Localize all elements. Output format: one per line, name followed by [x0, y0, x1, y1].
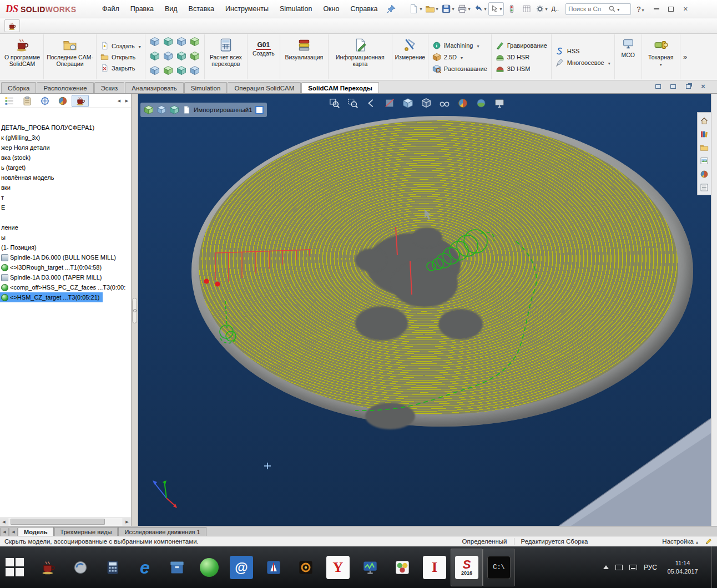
edit-appearance-button[interactable]	[456, 97, 469, 110]
start-button[interactable]	[6, 558, 24, 577]
tree-item[interactable]: (1- Позиция)	[0, 242, 131, 252]
tree-item[interactable]: ление	[0, 222, 131, 232]
tree-item[interactable]: ы	[0, 232, 131, 242]
menu-window[interactable]: Окно	[317, 2, 345, 16]
clock[interactable]: 11:14 05.04.2017	[664, 559, 701, 576]
select-button[interactable]	[488, 2, 504, 16]
component-cube-icon[interactable]	[144, 105, 154, 115]
scroll-left-button[interactable]: ◀	[0, 518, 8, 526]
recognition-button[interactable]: Распознавание	[431, 64, 488, 74]
taskbar-red-i-icon[interactable]: I	[418, 549, 451, 586]
menu-view[interactable]: Вид	[159, 2, 183, 16]
tree-item-operation[interactable]: <comp_off>HSS_PC_CZ_faces ...T3(0:00:	[0, 282, 131, 292]
taskbar-blue-app-icon[interactable]	[257, 549, 290, 586]
view-palette-tab-button[interactable]	[699, 155, 710, 166]
cam-template-button[interactable]	[150, 51, 160, 63]
menu-tools[interactable]: Инструменты	[220, 2, 274, 16]
save-button[interactable]	[440, 2, 456, 16]
property-manager-tab[interactable]	[18, 95, 36, 107]
solidcam-manager-tab[interactable]	[72, 95, 89, 107]
taskbar-mail-icon[interactable]: @	[225, 549, 257, 586]
cam-template-button[interactable]	[176, 37, 186, 48]
doc-restore-button[interactable]	[683, 82, 693, 90]
imachining-button[interactable]: iMachining	[431, 40, 488, 50]
ribbon-overflow-button[interactable]	[680, 34, 690, 79]
previous-view-button[interactable]	[365, 97, 378, 110]
tree-item[interactable]: Е	[0, 202, 131, 212]
cam-template-button[interactable]	[176, 51, 186, 63]
search-input[interactable]	[568, 6, 608, 12]
tab-motion-study[interactable]: Исследование движения 1	[118, 527, 206, 536]
taskbar-yandex-icon[interactable]: Y	[322, 549, 354, 586]
tab-assembly[interactable]: Сборка	[1, 82, 36, 93]
calculate-all-button[interactable]: Расчет всех переходов	[208, 36, 244, 78]
bom-table-button[interactable]	[519, 2, 534, 16]
component-doc-icon[interactable]	[182, 105, 191, 114]
tree-item-spindle[interactable]: Spindle-1A D6.000 (BULL NOSE MILL)	[0, 252, 131, 262]
recent-cam-operations-button[interactable]: Последние CAM-Операции	[47, 36, 93, 78]
splitter-handle[interactable]	[132, 298, 137, 323]
menu-file[interactable]: Файл	[97, 2, 125, 16]
multiaxis-button[interactable]: Многоосевое	[554, 58, 612, 68]
hss-button[interactable]: HSS	[554, 46, 612, 56]
doc-window-button[interactable]	[668, 82, 678, 90]
milling-25d-button[interactable]: 2.5D	[431, 52, 488, 62]
design-library-tab-button[interactable]	[699, 129, 710, 140]
undo-button[interactable]	[472, 2, 488, 16]
tree-item[interactable]: новлённая модель	[0, 173, 131, 183]
taskbar-solidworks-icon[interactable]: S2016	[451, 549, 483, 586]
section-view-button[interactable]	[383, 97, 396, 110]
options-button[interactable]	[534, 2, 549, 16]
doc-close-button[interactable]: ×	[698, 82, 708, 90]
tabs-scroll-start-button[interactable]	[0, 528, 9, 536]
display-style-button[interactable]	[420, 97, 433, 110]
solidcam-quick-button[interactable]	[4, 19, 20, 32]
create-dropdown[interactable]	[138, 43, 141, 49]
cam-close-button[interactable]: Закрыть	[99, 63, 142, 73]
cam-template-button[interactable]	[163, 37, 173, 48]
taskbar-cmd-icon[interactable]: C:\	[483, 549, 515, 586]
menu-help[interactable]: Справка	[345, 2, 383, 16]
open-button[interactable]	[424, 2, 440, 16]
taskbar-internet-explorer-icon[interactable]: e	[129, 549, 161, 586]
tab-sketch[interactable]: Эскиз	[94, 82, 125, 93]
panel-splitter[interactable]	[132, 94, 138, 526]
cam-template-button[interactable]	[150, 65, 160, 77]
tab-model[interactable]: Модель	[18, 527, 54, 536]
tree-horizontal-scrollbar[interactable]: ◀ ▶	[0, 518, 131, 526]
menu-simulation[interactable]: Simulation	[274, 2, 317, 16]
search-scope-dropdown[interactable]	[616, 5, 619, 13]
cam-template-button[interactable]	[190, 65, 200, 77]
appearances-tab-button[interactable]	[699, 169, 710, 180]
graphics-area[interactable]: Импортированный1	[138, 94, 711, 526]
component-cube-icon[interactable]	[169, 105, 179, 115]
cam-template-button[interactable]	[150, 37, 160, 48]
new-document-button[interactable]	[407, 2, 423, 16]
taskbar-dark-app-icon[interactable]	[290, 549, 322, 586]
tree-item[interactable]: ь (target)	[0, 163, 131, 173]
manager-tabs-next-button[interactable]	[123, 96, 130, 106]
tab-solidcam-operation[interactable]: Операция SolidCAM	[228, 82, 301, 93]
taskbar-app-gray-icon[interactable]	[64, 549, 97, 586]
info-card-button[interactable]: Информационная карта	[331, 36, 389, 78]
tree-item[interactable]: вка (stock)	[0, 153, 131, 163]
tree-item[interactable]: жер Ноля детали	[0, 143, 131, 153]
color-swatch-icon[interactable]	[255, 106, 264, 114]
cam-template-button[interactable]	[190, 51, 200, 63]
menu-edit[interactable]: Правка	[125, 2, 159, 16]
status-settings-dropdown[interactable]: Настройка	[662, 538, 698, 545]
custom-properties-tab-button[interactable]	[699, 182, 710, 193]
file-explorer-tab-button[interactable]	[699, 142, 710, 153]
rebuild-button[interactable]	[504, 2, 519, 16]
scroll-thumb[interactable]	[11, 519, 105, 525]
turning-button[interactable]: Токарная	[645, 36, 677, 78]
hide-show-items-button[interactable]	[438, 97, 451, 110]
generate-gcode-button[interactable]: G01 Создать	[250, 36, 277, 78]
milling-25d-dropdown[interactable]	[460, 54, 463, 60]
apply-scene-button[interactable]	[474, 97, 488, 110]
search-icon[interactable]	[608, 5, 616, 13]
tab-layout[interactable]: Расположение	[37, 82, 93, 93]
help-button[interactable]: ?	[637, 5, 644, 13]
tray-expand-icon[interactable]	[603, 565, 609, 569]
configuration-manager-tab[interactable]	[36, 95, 53, 107]
